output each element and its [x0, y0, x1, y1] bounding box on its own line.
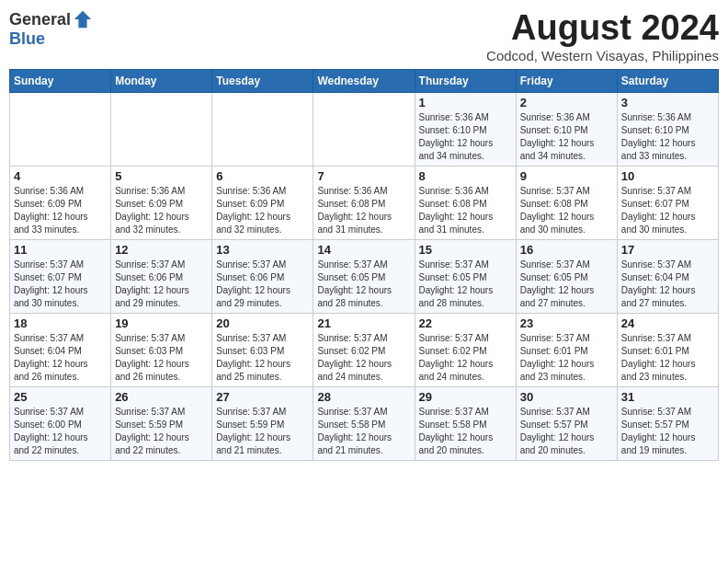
day-cell: 8Sunrise: 5:36 AM Sunset: 6:08 PM Daylig…: [415, 166, 516, 239]
day-info: Sunrise: 5:37 AM Sunset: 5:57 PM Dayligh…: [621, 406, 714, 457]
day-cell: 22Sunrise: 5:37 AM Sunset: 6:02 PM Dayli…: [415, 313, 516, 386]
column-header-wednesday: Wednesday: [313, 69, 415, 92]
day-number: 12: [115, 243, 208, 257]
day-cell: 30Sunrise: 5:37 AM Sunset: 5:57 PM Dayli…: [516, 386, 617, 460]
day-cell: [10, 92, 111, 166]
day-info: Sunrise: 5:36 AM Sunset: 6:10 PM Dayligh…: [621, 111, 714, 163]
day-number: 24: [621, 316, 714, 330]
day-number: 4: [14, 169, 107, 183]
day-cell: 7Sunrise: 5:36 AM Sunset: 6:08 PM Daylig…: [313, 166, 415, 239]
day-cell: 4Sunrise: 5:36 AM Sunset: 6:09 PM Daylig…: [10, 166, 111, 239]
day-info: Sunrise: 5:37 AM Sunset: 6:06 PM Dayligh…: [115, 259, 208, 310]
day-info: Sunrise: 5:36 AM Sunset: 6:09 PM Dayligh…: [115, 185, 208, 236]
day-number: 29: [419, 390, 512, 404]
column-header-thursday: Thursday: [415, 69, 516, 92]
column-header-sunday: Sunday: [10, 69, 111, 92]
day-info: Sunrise: 5:37 AM Sunset: 6:02 PM Dayligh…: [419, 332, 512, 384]
column-header-monday: Monday: [111, 69, 212, 92]
week-row-4: 18Sunrise: 5:37 AM Sunset: 6:04 PM Dayli…: [10, 313, 719, 386]
day-cell: 28Sunrise: 5:37 AM Sunset: 5:58 PM Dayli…: [313, 386, 415, 460]
day-number: 21: [317, 316, 410, 330]
day-cell: [212, 92, 313, 166]
day-info: Sunrise: 5:37 AM Sunset: 6:05 PM Dayligh…: [317, 259, 410, 310]
header-row: SundayMondayTuesdayWednesdayThursdayFrid…: [10, 69, 719, 92]
week-row-2: 4Sunrise: 5:36 AM Sunset: 6:09 PM Daylig…: [10, 166, 719, 239]
day-cell: 19Sunrise: 5:37 AM Sunset: 6:03 PM Dayli…: [111, 313, 212, 386]
day-info: Sunrise: 5:37 AM Sunset: 6:04 PM Dayligh…: [14, 332, 107, 384]
day-number: 8: [419, 169, 512, 183]
day-cell: [313, 92, 415, 166]
location-subtitle: Codcod, Western Visayas, Philippines: [486, 48, 719, 63]
day-cell: 5Sunrise: 5:36 AM Sunset: 6:09 PM Daylig…: [111, 166, 212, 239]
logo-general-text: General: [9, 10, 71, 29]
day-cell: 31Sunrise: 5:37 AM Sunset: 5:57 PM Dayli…: [617, 386, 718, 460]
day-info: Sunrise: 5:37 AM Sunset: 5:59 PM Dayligh…: [216, 406, 309, 457]
day-number: 17: [621, 243, 714, 257]
day-info: Sunrise: 5:36 AM Sunset: 6:08 PM Dayligh…: [317, 185, 410, 236]
day-number: 9: [520, 169, 613, 183]
logo-icon: [73, 9, 93, 29]
day-number: 23: [520, 316, 613, 330]
day-cell: 26Sunrise: 5:37 AM Sunset: 5:59 PM Dayli…: [111, 386, 212, 460]
day-info: Sunrise: 5:37 AM Sunset: 6:02 PM Dayligh…: [317, 332, 410, 384]
day-cell: 23Sunrise: 5:37 AM Sunset: 6:01 PM Dayli…: [516, 313, 617, 386]
day-cell: 27Sunrise: 5:37 AM Sunset: 5:59 PM Dayli…: [212, 386, 313, 460]
day-number: 14: [317, 243, 410, 257]
month-year-title: August 2024: [486, 9, 719, 48]
day-info: Sunrise: 5:37 AM Sunset: 6:05 PM Dayligh…: [520, 259, 613, 310]
day-info: Sunrise: 5:36 AM Sunset: 6:09 PM Dayligh…: [14, 185, 107, 236]
day-number: 13: [216, 243, 309, 257]
day-number: 28: [317, 390, 410, 404]
day-info: Sunrise: 5:37 AM Sunset: 6:08 PM Dayligh…: [520, 185, 613, 236]
day-number: 16: [520, 243, 613, 257]
day-number: 5: [115, 169, 208, 183]
day-cell: 13Sunrise: 5:37 AM Sunset: 6:06 PM Dayli…: [212, 239, 313, 313]
day-cell: 20Sunrise: 5:37 AM Sunset: 6:03 PM Dayli…: [212, 313, 313, 386]
day-info: Sunrise: 5:37 AM Sunset: 6:06 PM Dayligh…: [216, 259, 309, 310]
day-cell: 9Sunrise: 5:37 AM Sunset: 6:08 PM Daylig…: [516, 166, 617, 239]
day-number: 27: [216, 390, 309, 404]
day-info: Sunrise: 5:37 AM Sunset: 6:01 PM Dayligh…: [621, 332, 714, 384]
day-number: 10: [621, 169, 714, 183]
day-cell: 21Sunrise: 5:37 AM Sunset: 6:02 PM Dayli…: [313, 313, 415, 386]
day-info: Sunrise: 5:37 AM Sunset: 5:59 PM Dayligh…: [115, 406, 208, 457]
day-cell: 6Sunrise: 5:36 AM Sunset: 6:09 PM Daylig…: [212, 166, 313, 239]
day-cell: 17Sunrise: 5:37 AM Sunset: 6:04 PM Dayli…: [617, 239, 718, 313]
day-cell: 11Sunrise: 5:37 AM Sunset: 6:07 PM Dayli…: [10, 239, 111, 313]
day-cell: 24Sunrise: 5:37 AM Sunset: 6:01 PM Dayli…: [617, 313, 718, 386]
day-number: 11: [14, 243, 107, 257]
day-cell: 3Sunrise: 5:36 AM Sunset: 6:10 PM Daylig…: [617, 92, 718, 166]
day-cell: 29Sunrise: 5:37 AM Sunset: 5:58 PM Dayli…: [415, 386, 516, 460]
svg-marker-0: [74, 11, 91, 28]
day-info: Sunrise: 5:37 AM Sunset: 6:03 PM Dayligh…: [115, 332, 208, 384]
day-number: 25: [14, 390, 107, 404]
day-cell: 25Sunrise: 5:37 AM Sunset: 6:00 PM Dayli…: [10, 386, 111, 460]
day-info: Sunrise: 5:37 AM Sunset: 6:01 PM Dayligh…: [520, 332, 613, 384]
header: General Blue August 2024 Codcod, Western…: [9, 9, 719, 63]
day-number: 7: [317, 169, 410, 183]
column-header-tuesday: Tuesday: [212, 69, 313, 92]
column-header-friday: Friday: [516, 69, 617, 92]
day-cell: 2Sunrise: 5:36 AM Sunset: 6:10 PM Daylig…: [516, 92, 617, 166]
day-number: 22: [419, 316, 512, 330]
day-cell: 16Sunrise: 5:37 AM Sunset: 6:05 PM Dayli…: [516, 239, 617, 313]
day-info: Sunrise: 5:36 AM Sunset: 6:09 PM Dayligh…: [216, 185, 309, 236]
day-number: 15: [419, 243, 512, 257]
day-cell: 12Sunrise: 5:37 AM Sunset: 6:06 PM Dayli…: [111, 239, 212, 313]
logo: General Blue: [9, 9, 93, 49]
day-number: 6: [216, 169, 309, 183]
title-area: August 2024 Codcod, Western Visayas, Phi…: [486, 9, 719, 63]
day-cell: 15Sunrise: 5:37 AM Sunset: 6:05 PM Dayli…: [415, 239, 516, 313]
week-row-1: 1Sunrise: 5:36 AM Sunset: 6:10 PM Daylig…: [10, 92, 719, 166]
day-info: Sunrise: 5:36 AM Sunset: 6:08 PM Dayligh…: [419, 185, 512, 236]
day-info: Sunrise: 5:36 AM Sunset: 6:10 PM Dayligh…: [419, 111, 512, 163]
calendar-body: 1Sunrise: 5:36 AM Sunset: 6:10 PM Daylig…: [10, 92, 719, 460]
day-number: 30: [520, 390, 613, 404]
week-row-5: 25Sunrise: 5:37 AM Sunset: 6:00 PM Dayli…: [10, 386, 719, 460]
day-info: Sunrise: 5:37 AM Sunset: 5:57 PM Dayligh…: [520, 406, 613, 457]
day-info: Sunrise: 5:37 AM Sunset: 6:07 PM Dayligh…: [621, 185, 714, 236]
day-info: Sunrise: 5:37 AM Sunset: 6:07 PM Dayligh…: [14, 259, 107, 310]
day-number: 20: [216, 316, 309, 330]
day-cell: 10Sunrise: 5:37 AM Sunset: 6:07 PM Dayli…: [617, 166, 718, 239]
day-info: Sunrise: 5:37 AM Sunset: 6:04 PM Dayligh…: [621, 259, 714, 310]
